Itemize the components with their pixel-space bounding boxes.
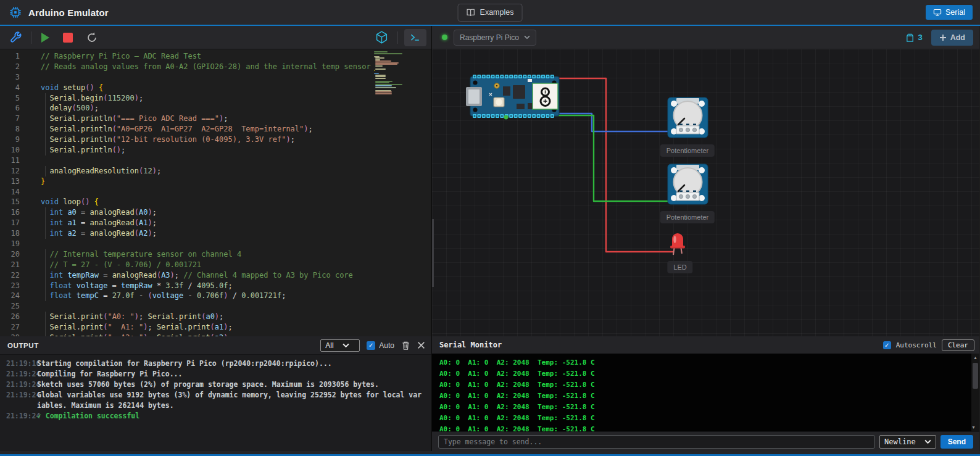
line-number: 23 — [0, 281, 30, 291]
code-line[interactable]: 18 int a2 = analogRead(A2); — [0, 228, 431, 239]
code-text — [30, 187, 41, 197]
code-line[interactable]: 24 float tempC = 27.0f - (voltage - 0.70… — [0, 291, 431, 301]
code-line[interactable]: 23 float voltage = tempRaw * 3.3f / 4095… — [0, 281, 431, 291]
code-text: int a1 = analogRead(A1); — [30, 218, 157, 228]
wire-blue[interactable] — [559, 114, 668, 131]
line-number: 27 — [0, 322, 30, 333]
3d-view-button[interactable] — [372, 28, 391, 47]
minimap[interactable] — [374, 51, 428, 98]
restart-button[interactable] — [83, 28, 101, 47]
line-number: 11 — [0, 155, 30, 166]
serial-terminal[interactable]: A0: 0 A1: 0 A2: 2048 Temp: -521.8 CA0: 0… — [432, 354, 979, 431]
code-line[interactable]: 5 Serial.begin(115200); — [0, 93, 431, 104]
minimap-line — [375, 87, 396, 88]
log-message: ✓ Compilation successful — [37, 411, 431, 421]
code-line[interactable]: 3 — [0, 72, 431, 83]
potentiometer[interactable] — [668, 97, 708, 138]
log-timestamp: 21:19:24 — [0, 390, 37, 411]
code-editor[interactable]: 1// Raspberry Pi Pico — ADC Read Test2//… — [0, 49, 431, 336]
minimap-line — [375, 78, 385, 79]
log-timestamp: 21:19:24 — [0, 369, 37, 379]
code-line[interactable]: 12 analogReadResolution(12); — [0, 166, 431, 176]
code-line[interactable]: 25 — [0, 301, 431, 312]
code-line[interactable]: 21 // T = 27 - (V - 0.706) / 0.001721 — [0, 260, 431, 270]
wire-green[interactable] — [505, 115, 668, 201]
code-line[interactable]: 19 — [0, 239, 431, 249]
line-number: 24 — [0, 291, 30, 301]
line-number: 1 — [0, 51, 30, 62]
code-line[interactable]: 14 — [0, 187, 431, 197]
serial-line: A0: 0 A1: 0 A2: 2048 Temp: -521.8 C — [439, 357, 979, 368]
circuit-drawing — [432, 49, 979, 336]
code-line[interactable]: 11 — [0, 155, 431, 166]
wire-red[interactable] — [555, 78, 673, 252]
code-line[interactable]: 10 Serial.println(); — [0, 145, 431, 155]
code-text — [30, 155, 41, 166]
log-timestamp: 21:19:24 — [0, 411, 37, 421]
add-part-button[interactable]: Add — [931, 30, 973, 46]
code-text: int tempRaw = analogRead(A3); // Channel… — [30, 270, 353, 281]
auto-label: Auto — [379, 341, 394, 350]
minimap-line — [375, 93, 392, 94]
editor-panel: 1// Raspberry Pi Pico — ADC Read Test2//… — [0, 26, 432, 336]
terminal-toggle-button[interactable] — [404, 29, 426, 46]
code-line[interactable]: 4void setup() { — [0, 83, 431, 93]
terminal-icon — [410, 33, 421, 43]
code-line[interactable]: 28 Serial.print(" A2: "); Serial.print(a… — [0, 333, 431, 336]
trash-icon[interactable] — [401, 341, 410, 350]
code-text: Serial.print("A0: "); Serial.print(a0); — [30, 312, 223, 322]
tools-button[interactable] — [6, 28, 25, 47]
code-line[interactable]: 15void loop() { — [0, 197, 431, 207]
log-message: Starting compilation for Raspberry Pi Pi… — [37, 359, 431, 369]
code-line[interactable]: 9 Serial.println("12-bit resolution (0-4… — [0, 135, 431, 145]
code-line[interactable]: 6 delay(500); — [0, 103, 431, 114]
code-text: // Raspberry Pi Pico — ADC Read Test — [30, 51, 201, 62]
scroll-up-icon[interactable]: ▲ — [971, 354, 979, 362]
scroll-down-icon[interactable]: ▼ — [971, 423, 979, 431]
scroll-thumb[interactable] — [973, 363, 978, 389]
code-text — [30, 301, 41, 312]
status-strip — [0, 451, 980, 456]
autoscroll-checkbox[interactable]: ✓ — [883, 341, 891, 349]
circuit-canvas[interactable]: PotentiometerPotentiometerLED — [432, 49, 979, 336]
line-number: 2 — [0, 62, 30, 72]
toolbar-separator — [31, 31, 31, 44]
send-button[interactable]: Send — [941, 435, 973, 449]
potentiometer[interactable] — [668, 164, 708, 204]
code-line[interactable]: 27 Serial.print(" A1: "); Serial.print(a… — [0, 322, 431, 333]
terminal-scrollbar[interactable]: ▲ ▼ — [971, 354, 979, 431]
code-text: Serial.begin(115200); — [30, 93, 143, 104]
stop-icon — [63, 33, 73, 43]
stop-button[interactable] — [60, 30, 75, 45]
examples-button[interactable]: Examples — [458, 4, 523, 22]
output-log[interactable]: 21:19:16Starting compilation for Raspber… — [0, 355, 431, 451]
code-line[interactable]: 13} — [0, 176, 431, 187]
code-line[interactable]: 16 int a0 = analogRead(A0); — [0, 207, 431, 218]
part-label: LED — [667, 261, 692, 273]
code-line[interactable]: 1// Raspberry Pi Pico — ADC Read Test — [0, 51, 431, 62]
code-line[interactable]: 8 Serial.println("A0=GP26 A1=GP27 A2=GP2… — [0, 124, 431, 135]
run-button[interactable] — [39, 30, 52, 45]
minimap-line — [374, 53, 402, 54]
serial-toggle-button[interactable]: Serial — [926, 5, 973, 20]
code-line[interactable]: 17 int a1 = analogRead(A1); — [0, 218, 431, 228]
line-number: 13 — [0, 176, 30, 187]
pico-board[interactable] — [466, 75, 559, 119]
line-number: 10 — [0, 145, 30, 155]
clear-button[interactable]: Clear — [942, 339, 974, 351]
board-selector[interactable]: Raspberry Pi Pico — [454, 30, 536, 46]
code-text: Serial.print(" A2: "); Serial.print(a2); — [30, 333, 233, 336]
code-line[interactable]: 2// Reads analog values from A0-A2 (GPIO… — [0, 62, 431, 72]
code-line[interactable]: 7 Serial.println("=== Pico ADC Read ==="… — [0, 114, 431, 124]
canvas-scrollbar[interactable] — [432, 219, 434, 287]
code-line[interactable]: 22 int tempRaw = analogRead(A3); // Chan… — [0, 270, 431, 281]
serial-monitor-title: Serial Monitor — [439, 341, 502, 349]
close-icon[interactable] — [417, 341, 425, 349]
serial-message-input[interactable] — [438, 435, 875, 449]
output-filter-select[interactable]: All — [320, 339, 360, 352]
line-ending-select[interactable]: Newline — [879, 435, 936, 449]
app-title: Arduino Emulator — [28, 7, 109, 18]
code-line[interactable]: 26 Serial.print("A0: "); Serial.print(a0… — [0, 312, 431, 322]
code-line[interactable]: 20 // Internal temperature sensor on cha… — [0, 249, 431, 260]
auto-checkbox[interactable]: ✓ — [367, 341, 375, 350]
